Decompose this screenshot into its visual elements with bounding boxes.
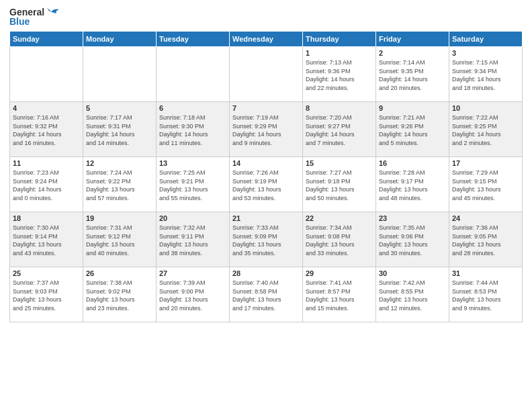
calendar-cell: 3Sunrise: 7:15 AM Sunset: 9:34 PM Daylig… (449, 47, 523, 102)
day-info: Sunrise: 7:17 AM Sunset: 9:31 PM Dayligh… (86, 113, 153, 147)
day-number: 9 (379, 104, 446, 112)
calendar-cell: 20Sunrise: 7:32 AM Sunset: 9:11 PM Dayli… (157, 212, 230, 267)
day-number: 8 (306, 104, 373, 112)
calendar-cell: 29Sunrise: 7:41 AM Sunset: 8:57 PM Dayli… (303, 267, 376, 322)
calendar-cell: 8Sunrise: 7:20 AM Sunset: 9:27 PM Daylig… (303, 102, 376, 157)
day-number: 28 (232, 269, 300, 277)
day-number: 14 (232, 159, 300, 167)
day-info: Sunrise: 7:33 AM Sunset: 9:09 PM Dayligh… (232, 224, 300, 257)
day-info: Sunrise: 7:28 AM Sunset: 9:17 PM Dayligh… (379, 169, 446, 202)
day-number: 4 (13, 104, 80, 112)
col-header-friday: Friday (376, 32, 449, 47)
day-info: Sunrise: 7:31 AM Sunset: 9:12 PM Dayligh… (86, 224, 153, 257)
day-number: 19 (86, 214, 153, 222)
day-number: 3 (452, 49, 519, 57)
calendar-cell: 17Sunrise: 7:29 AM Sunset: 9:15 PM Dayli… (449, 157, 523, 212)
day-info: Sunrise: 7:26 AM Sunset: 9:19 PM Dayligh… (232, 169, 300, 202)
day-info: Sunrise: 7:24 AM Sunset: 9:22 PM Dayligh… (86, 169, 153, 202)
day-number: 31 (452, 269, 519, 277)
day-number: 30 (379, 269, 446, 277)
calendar-cell: 12Sunrise: 7:24 AM Sunset: 9:22 PM Dayli… (83, 157, 157, 212)
day-info: Sunrise: 7:15 AM Sunset: 9:34 PM Dayligh… (452, 58, 519, 92)
col-header-thursday: Thursday (303, 32, 376, 47)
calendar-cell: 21Sunrise: 7:33 AM Sunset: 9:09 PM Dayli… (230, 212, 303, 267)
logo-bird-icon (46, 7, 60, 17)
calendar-cell: 25Sunrise: 7:37 AM Sunset: 9:03 PM Dayli… (10, 267, 83, 322)
col-header-tuesday: Tuesday (157, 32, 230, 47)
day-number: 18 (13, 214, 80, 222)
day-number: 27 (159, 269, 226, 277)
logo-text-blue: Blue (9, 16, 30, 27)
calendar-cell: 7Sunrise: 7:19 AM Sunset: 9:29 PM Daylig… (230, 102, 303, 157)
day-number: 2 (379, 49, 446, 57)
calendar-cell (230, 47, 303, 102)
calendar-cell: 15Sunrise: 7:27 AM Sunset: 9:18 PM Dayli… (303, 157, 376, 212)
day-number: 16 (379, 159, 446, 167)
day-info: Sunrise: 7:20 AM Sunset: 9:27 PM Dayligh… (306, 113, 373, 147)
day-info: Sunrise: 7:42 AM Sunset: 8:55 PM Dayligh… (379, 279, 446, 312)
day-number: 17 (452, 159, 519, 167)
day-info: Sunrise: 7:25 AM Sunset: 9:21 PM Dayligh… (159, 169, 226, 202)
calendar-cell (10, 47, 83, 102)
calendar-cell: 14Sunrise: 7:26 AM Sunset: 9:19 PM Dayli… (230, 157, 303, 212)
day-number: 21 (232, 214, 300, 222)
calendar-cell: 6Sunrise: 7:18 AM Sunset: 9:30 PM Daylig… (157, 102, 230, 157)
calendar-cell: 28Sunrise: 7:40 AM Sunset: 8:58 PM Dayli… (230, 267, 303, 322)
calendar-cell (157, 47, 230, 102)
calendar-cell: 26Sunrise: 7:38 AM Sunset: 9:02 PM Dayli… (83, 267, 157, 322)
day-number: 1 (306, 49, 373, 57)
calendar-cell: 19Sunrise: 7:31 AM Sunset: 9:12 PM Dayli… (83, 212, 157, 267)
day-number: 23 (379, 214, 446, 222)
day-info: Sunrise: 7:30 AM Sunset: 9:14 PM Dayligh… (13, 224, 80, 257)
logo: General Blue (9, 7, 60, 27)
day-number: 6 (159, 104, 226, 112)
calendar-cell: 5Sunrise: 7:17 AM Sunset: 9:31 PM Daylig… (83, 102, 157, 157)
header-row: General Blue (9, 7, 523, 27)
day-info: Sunrise: 7:21 AM Sunset: 9:26 PM Dayligh… (379, 113, 446, 147)
calendar-cell: 18Sunrise: 7:30 AM Sunset: 9:14 PM Dayli… (10, 212, 83, 267)
day-info: Sunrise: 7:18 AM Sunset: 9:30 PM Dayligh… (159, 113, 226, 147)
day-number: 22 (306, 214, 373, 222)
day-info: Sunrise: 7:23 AM Sunset: 9:24 PM Dayligh… (13, 169, 80, 202)
calendar-cell: 16Sunrise: 7:28 AM Sunset: 9:17 PM Dayli… (376, 157, 449, 212)
day-info: Sunrise: 7:32 AM Sunset: 9:11 PM Dayligh… (159, 224, 226, 257)
day-number: 5 (86, 104, 153, 112)
calendar-cell: 4Sunrise: 7:16 AM Sunset: 9:32 PM Daylig… (10, 102, 83, 157)
calendar-cell: 2Sunrise: 7:14 AM Sunset: 9:35 PM Daylig… (376, 47, 449, 102)
calendar-cell: 1Sunrise: 7:13 AM Sunset: 9:36 PM Daylig… (303, 47, 376, 102)
day-info: Sunrise: 7:36 AM Sunset: 9:05 PM Dayligh… (452, 224, 519, 257)
calendar-cell: 31Sunrise: 7:44 AM Sunset: 8:53 PM Dayli… (449, 267, 523, 322)
calendar-cell: 24Sunrise: 7:36 AM Sunset: 9:05 PM Dayli… (449, 212, 523, 267)
day-number: 10 (452, 104, 519, 112)
calendar-cell (83, 47, 157, 102)
day-number: 24 (452, 214, 519, 222)
calendar-cell: 9Sunrise: 7:21 AM Sunset: 9:26 PM Daylig… (376, 102, 449, 157)
calendar-cell: 11Sunrise: 7:23 AM Sunset: 9:24 PM Dayli… (10, 157, 83, 212)
calendar-cell: 10Sunrise: 7:22 AM Sunset: 9:25 PM Dayli… (449, 102, 523, 157)
calendar-cell: 13Sunrise: 7:25 AM Sunset: 9:21 PM Dayli… (157, 157, 230, 212)
col-header-saturday: Saturday (449, 32, 523, 47)
day-number: 29 (306, 269, 373, 277)
day-number: 7 (232, 104, 300, 112)
calendar-cell: 22Sunrise: 7:34 AM Sunset: 9:08 PM Dayli… (303, 212, 376, 267)
day-info: Sunrise: 7:29 AM Sunset: 9:15 PM Dayligh… (452, 169, 519, 202)
day-number: 20 (159, 214, 226, 222)
day-number: 26 (86, 269, 153, 277)
day-info: Sunrise: 7:35 AM Sunset: 9:06 PM Dayligh… (379, 224, 446, 257)
calendar-container: General Blue SundayMondayTuesdayWednesda… (0, 0, 532, 328)
day-info: Sunrise: 7:37 AM Sunset: 9:03 PM Dayligh… (13, 279, 80, 312)
day-number: 12 (86, 159, 153, 167)
day-info: Sunrise: 7:19 AM Sunset: 9:29 PM Dayligh… (232, 113, 300, 147)
calendar-cell: 30Sunrise: 7:42 AM Sunset: 8:55 PM Dayli… (376, 267, 449, 322)
day-info: Sunrise: 7:41 AM Sunset: 8:57 PM Dayligh… (306, 279, 373, 312)
day-number: 15 (306, 159, 373, 167)
day-number: 13 (159, 159, 226, 167)
day-info: Sunrise: 7:34 AM Sunset: 9:08 PM Dayligh… (306, 224, 373, 257)
day-info: Sunrise: 7:38 AM Sunset: 9:02 PM Dayligh… (86, 279, 153, 312)
col-header-monday: Monday (83, 32, 157, 47)
day-info: Sunrise: 7:40 AM Sunset: 8:58 PM Dayligh… (232, 279, 300, 312)
calendar-table: SundayMondayTuesdayWednesdayThursdayFrid… (9, 31, 523, 322)
day-number: 11 (13, 159, 80, 167)
day-info: Sunrise: 7:14 AM Sunset: 9:35 PM Dayligh… (379, 58, 446, 92)
day-info: Sunrise: 7:27 AM Sunset: 9:18 PM Dayligh… (306, 169, 373, 202)
